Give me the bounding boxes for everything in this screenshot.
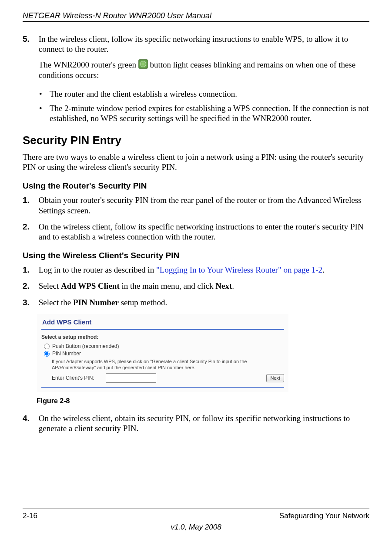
push-button-radio-input[interactable] (44, 344, 50, 349)
cross-reference-link[interactable]: "Logging In to Your Wireless Router" on … (156, 265, 322, 274)
next-button[interactable]: Next (266, 374, 284, 382)
header-rule (23, 21, 369, 22)
footer-section-title: Safeguarding Your Network (279, 512, 369, 520)
client-pin-step-4: 4. On the wireless client, obtain its se… (23, 413, 369, 433)
client-pin-step-1: 1. Log in to the router as described in … (23, 265, 369, 275)
step-5-bullet-1: The router and the client establish a wi… (37, 89, 369, 99)
router-pin-step-2-text: On the wireless client, follow its speci… (39, 222, 365, 242)
step-5-text: In the wireless client, follow its speci… (39, 34, 348, 54)
pin-number-note: If your Adapter supports WPS, please cli… (52, 359, 284, 371)
radio-push-button[interactable]: Push Button (recommended) (44, 343, 284, 350)
figure-divider (41, 329, 284, 330)
add-wps-client-label: Add WPS Client (61, 281, 120, 290)
subheading-client-pin: Using the Wireless Client's Security PIN (23, 250, 369, 260)
figure-bottom-divider (41, 387, 284, 388)
client-pin-step-2-post: . (232, 281, 234, 290)
client-pin-step-2: 2. Select Add WPS Client in the main men… (23, 281, 369, 291)
router-pin-step-2: 2. On the wireless client, follow its sp… (23, 222, 369, 242)
section-intro: There are two ways to enable a wireless … (23, 152, 369, 172)
client-pin-step-3-number: 3. (23, 297, 37, 307)
radio-pin-number[interactable]: PIN Number (44, 351, 284, 357)
router-pin-step-1-number: 1. (23, 195, 37, 205)
client-pin-step-1-post: . (322, 265, 325, 274)
router-pin-step-1: 1. Obtain your router's security PIN fro… (23, 195, 369, 215)
pin-number-label: PIN Number (73, 298, 119, 307)
page-number: 2-16 (23, 512, 37, 520)
subheading-router-pin: Using the Router's Security PIN (23, 181, 369, 191)
next-label: Next (215, 281, 232, 290)
client-pin-step-2-mid: in the main menu, and click (120, 281, 216, 290)
client-pin-input[interactable] (106, 373, 156, 383)
client-pin-step-3-post: setup method. (119, 298, 167, 307)
router-pin-step-2-number: 2. (23, 222, 37, 232)
page-header-title: NETGEAR Wireless-N Router WNR2000 User M… (23, 11, 369, 20)
figure-panel-title: Add WPS Client (41, 317, 284, 329)
client-pin-step-1-pre: Log in to the router as described in (39, 265, 156, 274)
wps-button-icon (138, 59, 148, 69)
figure-caption: Figure 2-8 (37, 397, 369, 405)
pin-number-radio-input[interactable] (44, 351, 50, 357)
figure-2-8-screenshot: Add WPS Client Select a setup method: Pu… (37, 314, 289, 393)
select-setup-method-label: Select a setup method: (41, 334, 284, 341)
pin-number-radio-label: PIN Number (52, 351, 81, 357)
step-5-number: 5. (23, 34, 37, 44)
enter-client-pin-label: Enter Client's PIN: (52, 375, 94, 381)
client-pin-step-3-pre: Select the (39, 298, 73, 307)
client-pin-step-4-number: 4. (23, 413, 37, 423)
push-button-radio-label: Push Button (recommended) (52, 343, 119, 350)
client-pin-step-1-number: 1. (23, 265, 37, 275)
step-5-para-before: The WNR2000 router's green (39, 60, 138, 69)
section-heading-security-pin-entry: Security PIN Entry (23, 134, 369, 148)
step-5: 5. In the wireless client, follow its sp… (23, 34, 369, 123)
client-pin-step-2-number: 2. (23, 281, 37, 291)
step-5-bullet-2: The 2-minute window period expires for e… (37, 103, 369, 123)
footer-rule (23, 509, 369, 509)
router-pin-step-1-text: Obtain your router's security PIN from t… (39, 195, 365, 215)
client-pin-step-2-pre: Select (39, 281, 61, 290)
client-pin-step-3: 3. Select the PIN Number setup method. (23, 297, 369, 307)
client-pin-step-4-text: On the wireless client, obtain its secur… (39, 413, 365, 433)
footer-version: v1.0, May 2008 (23, 523, 369, 532)
